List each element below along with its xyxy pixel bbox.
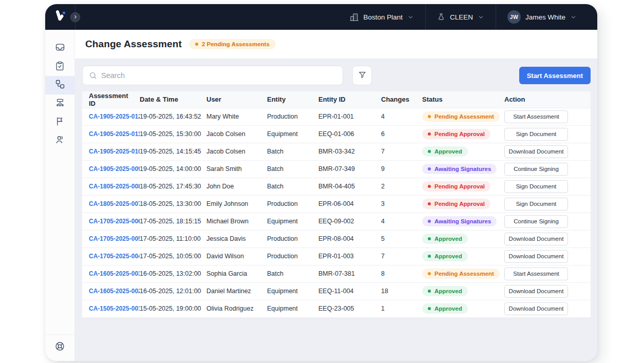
- status-label: Pending Assessment: [434, 113, 494, 120]
- row-action-button[interactable]: Sign Document: [504, 128, 568, 141]
- assessment-id-link[interactable]: CA-1505-2025-001: [89, 305, 140, 312]
- status-badge: Approved: [422, 234, 468, 244]
- cell-datetime: 19-05-2025, 16:43:52: [140, 108, 206, 125]
- row-action-button[interactable]: Sign Document: [504, 198, 568, 211]
- column-header-changes: Changes: [381, 91, 422, 108]
- cell-entity-id: BMR-03-342: [318, 143, 381, 160]
- cell-entity-id: EPR-08-004: [318, 230, 381, 247]
- cell-entity: Equipment: [267, 282, 318, 300]
- assessment-id-link[interactable]: CA-1705-2025-005: [89, 235, 140, 242]
- search-box: [82, 66, 343, 85]
- row-action-button[interactable]: Download Document: [504, 302, 568, 315]
- status-label: Pending Approval: [434, 201, 485, 207]
- page-title: Change Assessment: [85, 39, 182, 50]
- users-icon: [55, 135, 65, 147]
- content-area: Start Assessment Assessment IDDate & Tim…: [75, 59, 597, 361]
- plant-selector[interactable]: Boston Plant: [338, 4, 425, 30]
- sidebar-item-inbox[interactable]: [45, 39, 75, 58]
- user-name: James White: [525, 13, 565, 21]
- sidebar-item-help[interactable]: [45, 334, 75, 361]
- cell-entity: Production: [267, 230, 318, 247]
- cell-changes: 7: [381, 143, 422, 160]
- help-lifebuoy-icon: [54, 341, 65, 354]
- cell-entity: Production: [267, 247, 318, 265]
- flask-icon: [437, 13, 445, 21]
- assessment-id-link[interactable]: CA-1605-2025-002: [89, 288, 140, 295]
- assessment-id-link[interactable]: CA-1805-2025-008: [89, 183, 140, 190]
- status-dot-icon: [428, 202, 431, 205]
- cell-entity-id: EEQ-09-002: [318, 213, 381, 230]
- cell-entity: Equipment: [267, 125, 318, 143]
- cell-entity-id: EPR-01-001: [318, 108, 381, 125]
- sidebar-collapse-button[interactable]: [70, 12, 80, 22]
- status-dot-icon: [428, 150, 431, 153]
- status-dot-icon: [428, 167, 431, 170]
- workflow-icon: [55, 79, 65, 91]
- filter-button[interactable]: [352, 66, 372, 85]
- table-row: CA-1705-2025-006 17-05-2025, 18:15:15 Mi…: [82, 213, 591, 230]
- user-menu[interactable]: JW James White: [496, 4, 588, 30]
- table-row: CA-1705-2025-004 17-05-2025, 10:05:00 Da…: [82, 247, 591, 265]
- status-label: Pending Approval: [434, 183, 485, 189]
- assessment-id-link[interactable]: CA-1605-2025-003: [89, 270, 140, 277]
- cell-entity: Production: [267, 195, 318, 213]
- status-badge: Pending Assessment: [422, 269, 500, 279]
- column-header-entity: Entity: [267, 91, 318, 108]
- assessment-id-link[interactable]: CA-1805-2025-007: [89, 200, 140, 207]
- topbar: Boston Plant CLEEN JW J: [45, 4, 597, 30]
- sidebar-item-flags[interactable]: [45, 113, 75, 131]
- status-badge: Approved: [422, 251, 468, 261]
- status-badge: Approved: [422, 303, 468, 314]
- sidebar-item-equipment[interactable]: [45, 94, 75, 113]
- row-action-button[interactable]: Continue Signing: [504, 163, 568, 176]
- cell-entity-id: EEQ-01-006: [318, 125, 381, 143]
- cell-changes: 4: [381, 213, 422, 230]
- row-action-button[interactable]: Download Document: [504, 145, 568, 158]
- cell-user: Michael Brown: [206, 213, 267, 230]
- assessment-id-link[interactable]: CA-1705-2025-006: [89, 218, 140, 225]
- row-action-button[interactable]: Start Assessment: [504, 110, 568, 123]
- cell-entity: Production: [267, 108, 318, 125]
- sidebar: [45, 30, 75, 361]
- inbox-icon: [55, 42, 65, 54]
- status-label: Pending Approval: [434, 131, 485, 137]
- status-dot-icon: [428, 272, 431, 275]
- assessment-id-link[interactable]: CA-1705-2025-004: [89, 253, 140, 260]
- row-action-button[interactable]: Continue Signing: [504, 215, 568, 228]
- cell-entity-id: BMR-07-349: [318, 160, 381, 178]
- status-label: Awaiting Signatures: [434, 218, 491, 224]
- sidebar-item-users[interactable]: [45, 131, 75, 150]
- product-selector[interactable]: CLEEN: [426, 4, 496, 30]
- row-action-button[interactable]: Download Document: [504, 250, 568, 263]
- search-input[interactable]: [101, 71, 336, 80]
- start-assessment-button[interactable]: Start Assessment: [519, 67, 591, 84]
- row-action-button[interactable]: Download Document: [504, 233, 568, 245]
- equipment-icon: [55, 98, 65, 110]
- status-dot-icon: [428, 307, 431, 310]
- sidebar-item-tasks[interactable]: [45, 58, 75, 76]
- cell-entity: Batch: [267, 178, 318, 195]
- assessment-table-header-row: Assessment IDDate & TimeUserEntityEntity…: [82, 91, 591, 108]
- cell-changes: 7: [381, 247, 422, 265]
- assessment-id-link[interactable]: CA-1905-2025-011: [89, 130, 140, 138]
- row-action-button[interactable]: Start Assessment: [504, 268, 568, 280]
- column-header-entity-id: Entity ID: [318, 91, 381, 108]
- status-dot-icon: [428, 115, 431, 118]
- cell-user: David Wilson: [206, 247, 267, 265]
- assessment-table-body: CA-1905-2025-012 19-05-2025, 16:43:52 Ma…: [82, 108, 591, 317]
- cell-entity: Batch: [267, 143, 318, 160]
- cell-datetime: 15-05-2025, 19:00:00: [140, 300, 206, 317]
- status-dot-icon: [428, 290, 431, 293]
- assessment-id-link[interactable]: CA-1905-2025-012: [89, 113, 140, 120]
- cell-entity-id: BMR-07-381: [318, 265, 381, 282]
- row-action-button[interactable]: Sign Document: [504, 180, 568, 193]
- sidebar-item-change-assessment[interactable]: [45, 76, 75, 94]
- cell-entity: Batch: [267, 265, 318, 282]
- status-label: Approved: [434, 288, 462, 294]
- assessment-id-link[interactable]: CA-1905-2025-010: [89, 148, 140, 155]
- status-label: Approved: [434, 305, 462, 312]
- cell-entity: Equipment: [267, 300, 318, 317]
- status-dot-icon: [428, 255, 431, 258]
- assessment-id-link[interactable]: CA-1905-2025-009: [89, 165, 140, 173]
- row-action-button[interactable]: Download Document: [504, 285, 568, 298]
